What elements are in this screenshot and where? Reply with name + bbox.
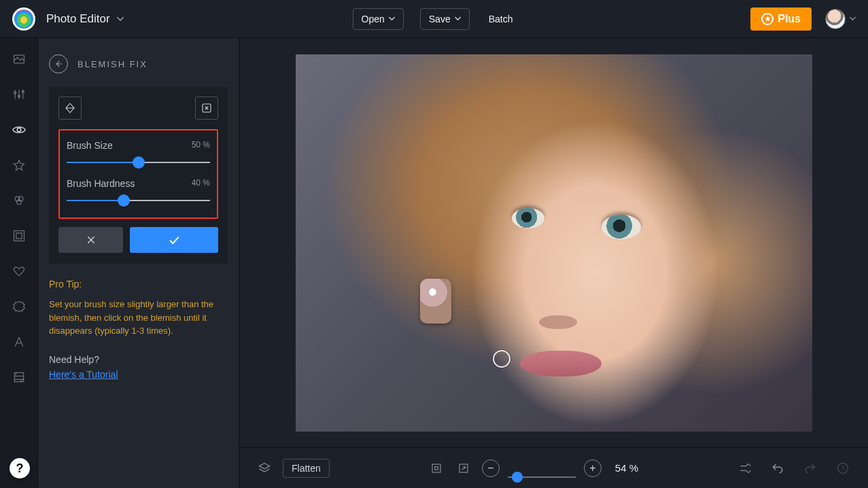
zoom-value: 54 % — [615, 462, 638, 474]
undo-icon[interactable] — [769, 459, 786, 477]
brush-hardness-label: Brush Hardness — [67, 178, 135, 189]
brush-cursor-indicator — [493, 350, 510, 368]
save-button[interactable]: Save — [420, 8, 470, 30]
svg-rect-12 — [432, 464, 440, 472]
cancel-button[interactable] — [58, 227, 123, 253]
zoom-out-button[interactable]: − — [482, 459, 500, 477]
brush-hardness-slider[interactable] — [67, 194, 210, 207]
canvas-area[interactable] — [239, 38, 868, 447]
batch-button[interactable]: Batch — [486, 8, 516, 30]
shuffle-icon[interactable] — [736, 459, 754, 477]
fit-screen-icon[interactable] — [428, 459, 445, 477]
zoom-controls: − + 54 % — [482, 459, 638, 477]
zoom-in-button[interactable]: + — [584, 459, 602, 477]
compare-toggle-button[interactable] — [58, 97, 82, 120]
need-help-label: Need Help? — [49, 354, 228, 365]
photo-canvas[interactable] — [296, 54, 812, 432]
close-icon — [86, 234, 97, 245]
star-icon: ★ — [761, 13, 774, 25]
back-button[interactable] — [49, 54, 68, 73]
left-tool-rail — [0, 38, 38, 488]
photo-detail — [420, 279, 451, 324]
photo-detail — [539, 315, 577, 329]
pro-tip-title: Pro Tip: — [49, 279, 228, 290]
top-bar: Photo Editor Open Save Batch ★ Plus — [0, 0, 868, 38]
panel-header: BLEMISH FIX — [49, 54, 228, 73]
apply-button[interactable] — [130, 227, 218, 253]
save-label: Save — [429, 14, 451, 24]
panel-title: BLEMISH FIX — [77, 59, 147, 69]
help-icon: ? — [16, 461, 24, 476]
star-icon[interactable] — [12, 158, 27, 173]
layers-icon[interactable] — [256, 459, 273, 477]
svg-rect-8 — [14, 231, 24, 241]
eye-retouch-icon[interactable] — [12, 122, 27, 137]
tool-side-panel: BLEMISH FIX Brush Size 50 % Brush Hardne… — [38, 38, 239, 488]
batch-label: Batch — [489, 14, 513, 24]
open-button[interactable]: Open — [353, 8, 404, 30]
brush-size-label: Brush Size — [67, 140, 113, 151]
avatar — [825, 9, 846, 29]
pro-tip-body: Set your brush size slightly larger than… — [49, 298, 228, 338]
sliders-icon[interactable] — [12, 87, 27, 102]
top-right: ★ Plus — [750, 7, 856, 31]
svg-point-4 — [17, 128, 21, 132]
bottom-bar: Flatten − + 54 % — [239, 447, 868, 488]
app-title-label: Photo Editor — [46, 12, 110, 26]
plus-label: Plus — [778, 13, 801, 25]
svg-rect-13 — [435, 466, 438, 470]
fullscreen-icon[interactable] — [455, 459, 472, 477]
tool-card: Brush Size 50 % Brush Hardness 40 % — [49, 87, 228, 264]
chevron-down-icon — [389, 17, 395, 20]
history-icon[interactable] — [834, 459, 852, 477]
help-button[interactable]: ? — [10, 458, 30, 478]
redo-icon[interactable] — [801, 459, 819, 477]
photo-detail — [602, 215, 641, 239]
text-icon[interactable] — [12, 334, 27, 349]
top-center-nav: Open Save Batch — [353, 8, 516, 30]
plus-upgrade-button[interactable]: ★ Plus — [750, 7, 812, 31]
photo-detail — [512, 208, 544, 228]
flatten-label: Flatten — [292, 463, 321, 474]
erase-button[interactable] — [195, 97, 218, 120]
brush-size-value: 50 % — [192, 140, 210, 151]
frame-icon[interactable] — [12, 228, 27, 243]
brush-controls-highlight: Brush Size 50 % Brush Hardness 40 % — [58, 129, 218, 219]
brush-size-slider[interactable] — [67, 156, 210, 169]
chevron-down-icon — [455, 17, 461, 20]
flatten-button[interactable]: Flatten — [283, 459, 330, 478]
brush-hardness-value: 40 % — [192, 178, 210, 189]
chevron-down-icon — [117, 17, 124, 21]
tutorial-link[interactable]: Here's a Tutorial — [49, 369, 118, 380]
app-logo[interactable] — [12, 7, 35, 31]
account-menu[interactable] — [825, 9, 856, 29]
heart-icon[interactable] — [12, 264, 27, 279]
settings-icon[interactable] — [12, 299, 27, 314]
texture-icon[interactable] — [12, 370, 27, 385]
effect-icon[interactable] — [12, 193, 27, 208]
chevron-down-icon — [850, 17, 856, 20]
photo-detail — [520, 351, 602, 377]
image-tool-icon[interactable] — [12, 52, 27, 67]
app-title-dropdown[interactable]: Photo Editor — [46, 12, 124, 26]
check-icon — [167, 233, 181, 247]
open-label: Open — [362, 14, 385, 24]
svg-rect-9 — [16, 233, 21, 239]
